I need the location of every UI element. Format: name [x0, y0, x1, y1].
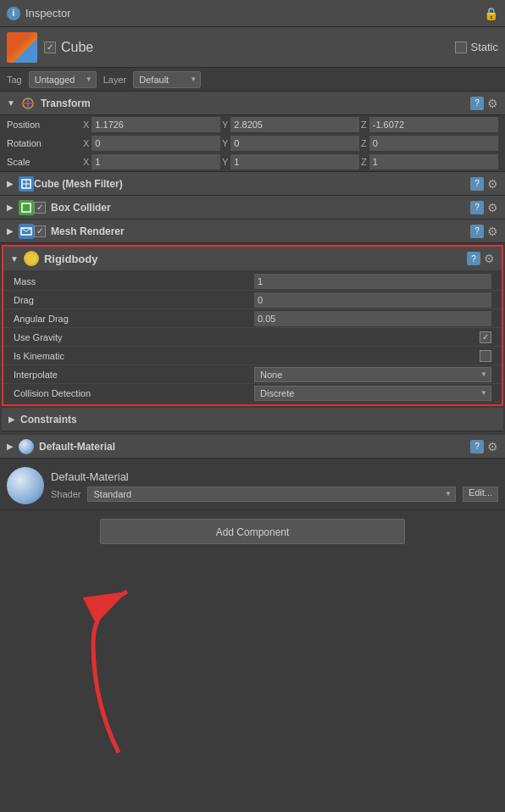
is-kinematic-checkbox[interactable]: [480, 350, 491, 362]
mesh-filter-arrow: ▶: [7, 179, 14, 188]
inspector-header: i Inspector 🔒: [0, 0, 505, 27]
rotation-y[interactable]: [230, 136, 359, 151]
rotation-row: Rotation X Y Z: [0, 134, 505, 153]
mesh-renderer-checkbox[interactable]: [34, 225, 46, 237]
mesh-filter-header[interactable]: ▶ Cube (Mesh Filter) ? ⚙: [0, 172, 505, 196]
constraints-header[interactable]: ▶ Constraints: [2, 408, 503, 431]
collision-detection-label: Collision Detection: [14, 388, 254, 398]
lock-icon[interactable]: 🔒: [484, 7, 498, 20]
mesh-filter-icon: [19, 176, 34, 192]
position-row: Position X Y Z: [0, 115, 505, 134]
mesh-renderer-header[interactable]: ▶ Mesh Renderer ? ⚙: [0, 220, 505, 243]
material-title: Default-Material: [39, 441, 470, 453]
scale-z[interactable]: [369, 154, 498, 170]
static-checkbox[interactable]: [455, 42, 467, 53]
angular-drag-label: Angular Drag: [14, 314, 254, 324]
material-gear[interactable]: ⚙: [487, 440, 498, 453]
mesh-renderer-title: Mesh Renderer: [51, 225, 470, 237]
tag-layer-row: Tag Untagged Layer Default: [0, 68, 505, 92]
use-gravity-row: Use Gravity: [3, 328, 502, 347]
box-collider-icon: [19, 200, 34, 215]
position-xyz: X Y Z: [83, 117, 498, 132]
angular-drag-value[interactable]: [254, 311, 491, 326]
layer-label: Layer: [103, 75, 127, 85]
transform-arrow: ▼: [7, 98, 15, 108]
material-info: Default-Material Shader Standard Edit...: [51, 470, 498, 502]
is-kinematic-label: Is Kinematic: [14, 351, 480, 361]
cube-icon: [7, 32, 37, 63]
material-arrow: ▶: [7, 442, 14, 451]
material-sphere: [7, 467, 44, 504]
mass-label: Mass: [14, 276, 254, 286]
material-shader-row: Shader Standard Edit...: [51, 487, 498, 502]
rotation-z[interactable]: [369, 136, 498, 151]
transform-fields: Position X Y Z Rotation X Y: [0, 115, 505, 172]
transform-gear[interactable]: ⚙: [487, 97, 498, 110]
material-shader-dropdown[interactable]: Standard: [87, 487, 455, 502]
tag-dropdown[interactable]: Untagged: [29, 71, 97, 88]
mass-row: Mass: [3, 272, 502, 291]
position-label: Position: [7, 120, 83, 130]
rotation-x[interactable]: [92, 136, 220, 151]
rigidbody-fields: Mass Drag Angular Drag Use Gravity Is Ki…: [3, 270, 502, 404]
interpolate-dropdown[interactable]: None: [254, 367, 491, 382]
position-y[interactable]: [230, 117, 359, 132]
mesh-filter-title: Cube (Mesh Filter): [34, 178, 470, 190]
use-gravity-checkbox[interactable]: [480, 331, 491, 343]
box-collider-title: Box Collider: [51, 202, 470, 214]
mass-value[interactable]: [254, 274, 491, 289]
info-icon: i: [7, 7, 20, 20]
object-active-checkbox[interactable]: [44, 42, 56, 53]
rigidbody-help[interactable]: ?: [467, 252, 480, 265]
mesh-filter-gear[interactable]: ⚙: [487, 177, 498, 191]
material-section-header[interactable]: ▶ Default-Material ? ⚙: [0, 435, 505, 459]
mesh-filter-help[interactable]: ?: [470, 177, 484, 191]
transform-section-header[interactable]: ▼ Transform ? ⚙: [0, 92, 505, 115]
material-content: Default-Material Shader Standard Edit...: [0, 462, 505, 510]
scale-x[interactable]: [92, 154, 220, 170]
material-sphere-small: [19, 439, 34, 454]
scale-xyz: X Y Z: [83, 154, 498, 170]
drag-row: Drag: [3, 291, 502, 309]
mesh-renderer-gear[interactable]: ⚙: [487, 225, 498, 238]
transform-icon: [20, 96, 36, 111]
arrow-annotation: [42, 575, 178, 761]
material-edit-button[interactable]: Edit...: [463, 487, 498, 502]
collision-detection-dropdown[interactable]: Discrete: [254, 386, 491, 401]
static-label: Static: [470, 41, 498, 53]
rotation-label: Rotation: [7, 138, 83, 148]
object-row: Cube Static: [0, 27, 505, 68]
mesh-renderer-help[interactable]: ?: [470, 225, 484, 238]
object-name: Cube: [61, 40, 455, 55]
material-help[interactable]: ?: [470, 440, 484, 453]
constraints-title: Constraints: [20, 414, 497, 425]
static-container: Static: [455, 41, 498, 53]
box-collider-help[interactable]: ?: [470, 201, 484, 214]
transform-title: Transform: [41, 97, 470, 109]
rigidbody-arrow: ▼: [10, 254, 19, 264]
is-kinematic-row: Is Kinematic: [3, 347, 502, 365]
rigidbody-gear[interactable]: ⚙: [484, 252, 495, 265]
rigidbody-header[interactable]: ▼ Rigidbody ? ⚙: [3, 247, 502, 270]
add-component-button[interactable]: Add Component: [100, 519, 405, 544]
box-collider-checkbox[interactable]: [34, 202, 46, 214]
angular-drag-row: Angular Drag: [3, 309, 502, 328]
scale-row: Scale X Y Z: [0, 153, 505, 171]
scale-y[interactable]: [230, 154, 359, 170]
interpolate-label: Interpolate: [14, 370, 254, 380]
constraints-arrow: ▶: [8, 414, 15, 424]
position-x[interactable]: [92, 117, 220, 132]
use-gravity-label: Use Gravity: [14, 332, 480, 342]
position-z[interactable]: [369, 117, 498, 132]
mesh-renderer-arrow: ▶: [7, 226, 14, 236]
drag-value[interactable]: [254, 292, 491, 308]
layer-dropdown[interactable]: Default: [133, 71, 201, 88]
box-collider-header[interactable]: ▶ Box Collider ? ⚙: [0, 196, 505, 220]
transform-help[interactable]: ?: [470, 97, 484, 110]
mesh-renderer-icon: [19, 224, 34, 239]
drag-label: Drag: [14, 295, 254, 305]
collision-detection-row: Collision Detection Discrete: [3, 384, 502, 403]
rigidbody-title: Rigidbody: [44, 253, 467, 265]
box-collider-gear[interactable]: ⚙: [487, 201, 498, 214]
svg-rect-6: [22, 203, 31, 212]
